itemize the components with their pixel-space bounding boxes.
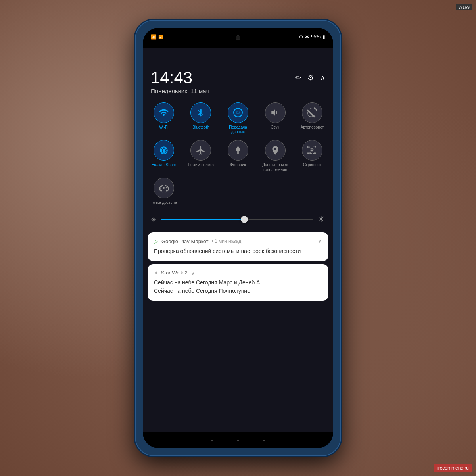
header-controls[interactable]: ✏ ⚙ ∧	[295, 69, 325, 82]
huawei-share-label: Huawei Share	[151, 163, 176, 167]
signal-icon-2: 📶	[158, 35, 163, 39]
brightness-high-icon: ☀	[317, 214, 325, 225]
signal-icon: 📶	[151, 34, 157, 40]
brightness-slider[interactable]	[161, 219, 313, 220]
brightness-low-icon: ☀	[151, 216, 156, 223]
data-icon-circle: ①	[228, 102, 248, 123]
time-display: 14:43	[151, 69, 209, 86]
svg-point-3	[163, 149, 165, 152]
notification-panel: 📶 📶 ⊙ ✱ 95% ▮ 14:43 Понедельни	[143, 28, 333, 448]
location-label: Данные о мес тоположении	[258, 163, 292, 172]
toggle-location[interactable]: Данные о мес тоположении	[258, 140, 292, 172]
rotation-icon-circle	[302, 102, 322, 123]
airplane-icon-circle	[190, 140, 211, 161]
quick-toggles-grid: Wi-Fi Bluetooth ①	[143, 98, 333, 207]
location-icon	[270, 145, 280, 155]
play-notif-time: • 1 мин назад	[211, 238, 241, 244]
collapse-icon[interactable]: ∧	[320, 73, 325, 82]
toggle-sound[interactable]: Звук	[258, 102, 292, 134]
svg-point-6	[163, 187, 165, 189]
hotspot-label: Точка доступа	[151, 200, 177, 205]
toggle-screenshot[interactable]: Скриншот	[295, 140, 329, 172]
notch-area: 📶 📶 ⊙ ✱ 95% ▮	[143, 28, 333, 48]
toggle-data[interactable]: ① Передачаданных	[221, 102, 255, 134]
display-icon: ⊙	[299, 34, 303, 40]
star-walk-icon: ✦	[154, 270, 159, 276]
watermark-label: W169	[456, 4, 472, 10]
edit-icon[interactable]: ✏	[295, 73, 301, 82]
screenshot-icon	[307, 145, 317, 155]
data-label: Передачаданных	[229, 125, 247, 134]
toggle-rotation[interactable]: Автоповорот	[295, 102, 329, 134]
notif-header-play: ▷ Google Play Маркет • 1 мин назад ∧	[154, 238, 322, 244]
toggle-wifi[interactable]: Wi-Fi	[147, 102, 181, 134]
toggle-flashlight[interactable]: Фонарик	[221, 140, 255, 172]
battery-percent: 95%	[311, 34, 321, 40]
play-store-icon: ▷	[154, 238, 158, 244]
nav-dot-recents	[263, 440, 265, 441]
star-walk-header: ✦ Star Walk 2 ∨	[154, 270, 322, 276]
notification-google-play[interactable]: ▷ Google Play Маркет • 1 мин назад ∧ Про…	[148, 232, 328, 261]
airplane-icon	[196, 145, 206, 155]
play-expand-icon[interactable]: ∧	[318, 238, 322, 244]
sound-icon-circle	[265, 102, 286, 123]
hotspot-icon	[159, 183, 169, 193]
notification-star-walk[interactable]: ✦ Star Walk 2 ∨ Сейчас на небе Сегодня М…	[148, 264, 328, 301]
screenshot-icon-circle	[302, 140, 322, 161]
bluetooth-label: Bluetooth	[192, 125, 209, 130]
play-app-name: Google Play Маркет	[161, 238, 208, 244]
bottom-nav-bar	[143, 432, 333, 448]
star-walk-expand-icon[interactable]: ∨	[191, 270, 195, 276]
wifi-label: Wi-Fi	[159, 125, 168, 130]
nav-dot-home	[237, 440, 239, 441]
brightness-thumb[interactable]	[241, 216, 248, 223]
status-bar: 📶 📶 ⊙ ✱ 95% ▮	[143, 31, 333, 43]
data-transfer-icon: ①	[233, 107, 243, 118]
time-date-block: 14:43 Понедельник, 11 мая	[151, 69, 209, 94]
star-walk-line2: Сейчас на небе Сегодня Полнолуние.	[154, 287, 322, 295]
toggle-airplane[interactable]: Режим полета	[184, 140, 218, 172]
toggle-bluetooth[interactable]: Bluetooth	[184, 102, 218, 134]
recommend-logo: irecommend.ru	[434, 464, 472, 472]
status-right: ⊙ ✱ 95% ▮	[299, 34, 325, 40]
flashlight-icon	[234, 145, 242, 155]
brightness-row[interactable]: ☀ ☀	[143, 209, 333, 229]
play-notif-body: Проверка обновлений системы и настроек б…	[154, 248, 322, 255]
settings-icon[interactable]: ⚙	[307, 73, 314, 82]
airplane-label: Режим полета	[188, 163, 214, 167]
bluetooth-icon	[196, 107, 205, 118]
panel-header: 14:43 Понедельник, 11 мая ✏ ⚙ ∧	[143, 48, 333, 98]
location-icon-circle	[265, 140, 286, 161]
time-date-row: 14:43 Понедельник, 11 мая ✏ ⚙ ∧	[151, 69, 325, 94]
signal-area: 📶 📶	[151, 34, 163, 40]
bluetooth-icon-circle	[190, 102, 211, 123]
svg-text:①: ①	[236, 110, 240, 115]
rotation-label: Автоповорот	[301, 125, 324, 130]
phone-device: 📶 📶 ⊙ ✱ 95% ▮ 14:43 Понедельни	[135, 20, 341, 456]
notifications-area: ▷ Google Play Маркет • 1 мин назад ∧ Про…	[143, 229, 333, 304]
flashlight-icon-circle	[228, 140, 248, 161]
wifi-icon	[159, 107, 169, 118]
hotspot-icon-circle	[154, 178, 174, 198]
nav-dot-back	[211, 440, 213, 441]
toggle-hotspot[interactable]: Точка доступа	[147, 178, 181, 205]
star-walk-line1: Сейчас на небе Сегодня Марс и Денеб А...	[154, 278, 322, 287]
flashlight-label: Фонарик	[230, 163, 246, 167]
screenshot-label: Скриншот	[303, 163, 321, 167]
star-walk-app-name: Star Walk 2	[161, 270, 188, 276]
wifi-icon-circle	[154, 102, 174, 123]
huawei-share-icon-circle	[154, 140, 174, 161]
huawei-share-icon	[159, 145, 169, 155]
svg-rect-5	[237, 147, 239, 148]
rotation-icon	[307, 107, 317, 118]
sound-icon	[270, 107, 280, 118]
sound-label: Звук	[271, 125, 279, 130]
date-display: Понедельник, 11 мая	[151, 88, 209, 94]
battery-icon: ▮	[322, 34, 325, 40]
phone-screen: 📶 📶 ⊙ ✱ 95% ▮ 14:43 Понедельни	[143, 28, 333, 448]
bluetooth-status-icon: ✱	[305, 34, 309, 40]
toggle-huawei-share[interactable]: Huawei Share	[147, 140, 181, 172]
